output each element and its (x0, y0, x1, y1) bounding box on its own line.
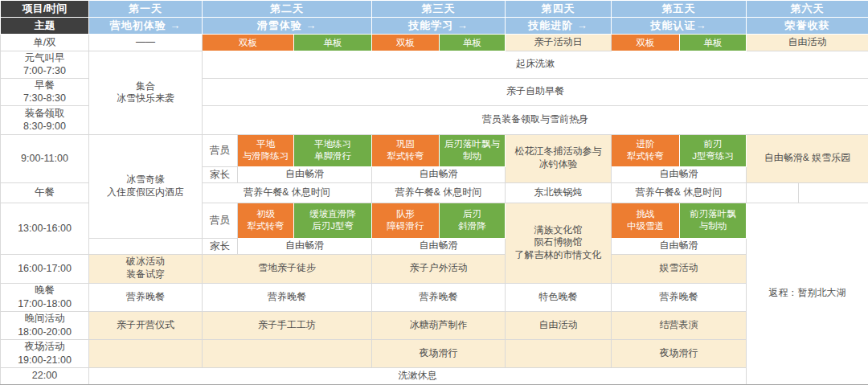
dinner-day1-cell: 营养晚餐 (89, 283, 203, 311)
row-board-type: 单/双 —— 双板 单板 双板 单板 亲子活动日 双板 单板 自由活动 (1, 35, 868, 51)
pm-parent-free-ski-day3: 自由畅滑 (372, 238, 506, 254)
pm-day2-double-cell: 初级 犁式转弯 (238, 203, 294, 238)
am-day3-single-cell: 后刃落叶飘与 制动 (440, 134, 506, 166)
pm-role-camper: 营员 (203, 203, 238, 238)
pm-day5-single-cell: 前刃落叶飘 与制动 (680, 203, 747, 238)
row-late-afternoon: 16:00-17:00 破冰活动 装备试穿 雪地亲子徒步 亲子户外活动 娱雪活动 (1, 254, 868, 283)
am-role-camper: 营员 (203, 134, 238, 166)
lunch-day6-empty-b (799, 182, 868, 203)
day-header-3: 第三天 (372, 1, 506, 18)
day6-return-cell: 返程：暂别北大湖 (747, 203, 868, 385)
lunch-day4-hotpot-cell: 东北铁锅炖 (506, 182, 612, 203)
am-day5-double-cell: 进阶 犁式转弯 (612, 134, 680, 166)
am-day5-single-cell: 前刃 J型弯练习 (680, 134, 747, 166)
dinner-day5-cell: 营养晚餐 (612, 283, 747, 311)
board-day2-single: 单板 (294, 35, 372, 51)
theme-row-label: 主题 (1, 18, 89, 35)
pm-parent-free-ski-day2: 自由畅滑 (238, 238, 372, 254)
night-day1-empty (89, 339, 203, 367)
evening-day3-candy: 冰糖葫芦制作 (372, 311, 506, 339)
day-header-6: 第六天 (747, 1, 868, 18)
dinner-day3-cell: 营养晚餐 (372, 283, 506, 311)
pm-day3-single-cell: 后刃 斜滑降 (440, 203, 506, 238)
row-night-session: 夜场活动 19:00-21:00 夜场滑行 夜场滑行 (1, 339, 868, 367)
late-day3-outdoor: 亲子户外活动 (372, 254, 506, 283)
bedtime-wash-rest-cell: 洗漱休息 (89, 367, 747, 385)
board-day5-double: 双板 (612, 35, 680, 51)
board-day6-free: 自由活动 (747, 35, 868, 51)
dinner-day4-special-cell: 特色晚餐 (506, 283, 612, 311)
day1-daytime-checkin: 冰雪奇缘 入住度假区内酒店 (89, 134, 203, 238)
pm-day2-single-cell: 缓坡直滑降 后刃J型弯 (294, 203, 372, 238)
camp-schedule-table: 项目/时间 第一天 第二天 第三天 第四天 第五天 第六天 主题 营地初体验 →… (0, 0, 868, 385)
shared-gear-cell: 营员装备领取与雪前热身 (203, 105, 868, 134)
time-label-pm: 13:00-16:00 (1, 203, 89, 254)
board-day4-family-day: 亲子活动日 (506, 35, 612, 51)
row-days: 项目/时间 第一天 第二天 第三天 第四天 第五天 第六天 (1, 1, 868, 18)
time-label-late: 16:00-17:00 (1, 254, 89, 283)
board-day2-double: 双板 (203, 35, 294, 51)
day-header-2: 第二天 (203, 1, 372, 18)
row-dinner: 晚餐 17:00-18:00 营养晚餐 营养晚餐 营养晚餐 特色晚餐 营养晚餐 (1, 283, 868, 311)
pm-day5-double-cell: 挑战 中级雪道 (612, 203, 680, 238)
evening-day5-closing-show: 结营表演 (612, 311, 747, 339)
row-am-camper: 9:00-11:00 冰雪奇缘 入住度假区内酒店 营员 平地 与滑降练习 平地练… (1, 134, 868, 166)
dinner-day2-cell: 营养晚餐 (203, 283, 372, 311)
board-day5-single: 单板 (680, 35, 747, 51)
time-label-breakfast: 早餐 7:30-8:30 (1, 78, 89, 105)
am-day2-single-cell: 平地练习 单脚滑行 (294, 134, 372, 166)
row-pm-parent: 家长 自由畅滑 自由畅滑 自由畅滑 (1, 238, 868, 254)
pm-day3-double-cell: 队形 障碍滑行 (372, 203, 440, 238)
shared-wake-cell: 起床洗漱 (203, 51, 868, 79)
am-parent-free-ski-day3: 自由畅滑 (372, 166, 506, 182)
late-day5-snow-fun: 娱雪活动 (612, 254, 747, 283)
lunch-day5-cell: 营养午餐& 休息时间 (612, 182, 747, 203)
night-day3-ski: 夜场滑行 (372, 339, 506, 367)
late-day2-snow-hike: 雪地亲子徒步 (203, 254, 372, 283)
row-evening-activity: 晚间活动 18:00-20:00 亲子开营仪式 亲子手工工坊 冰糖葫芦制作 自由… (1, 311, 868, 339)
day1-morning-gathering: 集合 冰雪快乐来袭 (89, 51, 203, 135)
time-label-dinner: 晚餐 17:00-18:00 (1, 283, 89, 311)
pm-role-parent: 家长 (203, 238, 238, 254)
row-bedtime: 22:00 洗漱休息 (1, 367, 868, 385)
night-day2-empty (203, 339, 372, 367)
theme-day-1: 营地初体验 → (89, 18, 203, 35)
time-label-gear: 装备领取 8:30-9:00 (1, 105, 89, 134)
day-header-1: 第一天 (89, 1, 203, 18)
row-wake-up: 元气叫早 7:00-7:30 集合 冰雪快乐来袭 起床洗漱 (1, 51, 868, 79)
theme-day-6: 荣誉收获 (747, 18, 868, 35)
night-day5-ski: 夜场滑行 (612, 339, 747, 367)
am-parent-free-ski-day5: 自由畅滑 (612, 166, 747, 182)
time-label-bed: 22:00 (1, 367, 89, 385)
day-header-4: 第四天 (506, 1, 612, 18)
pm-day1-empty (89, 238, 203, 254)
lunch-day3-cell: 营养午餐& 休息时间 (372, 182, 506, 203)
theme-day-5: 技能认证→ (612, 18, 747, 35)
lunch-day6-empty-a (747, 182, 799, 203)
day-header-5: 第五天 (612, 1, 747, 18)
am-parent-free-ski-day2: 自由畅滑 (238, 166, 372, 182)
time-label-wake: 元气叫早 7:00-7:30 (1, 51, 89, 79)
corner-header: 项目/时间 (1, 1, 89, 18)
evening-day1-opening: 亲子开营仪式 (89, 311, 203, 339)
evening-day4-free: 自由活动 (506, 311, 612, 339)
theme-day-2: 滑雪体验 → (203, 18, 372, 35)
late-day1-icebreaker: 破冰活动 装备试穿 (89, 254, 203, 283)
pm-day4-culture-cell: 满族文化馆 陨石博物馆 了解吉林的市情文化 (506, 203, 612, 283)
evening-day2-craft: 亲子手工工坊 (203, 311, 372, 339)
am-day6-free-ski-park: 自由畅滑& 娱雪乐园 (747, 134, 868, 182)
time-label-lunch: 午餐 (1, 182, 89, 203)
am-day4-fishing-cell: 松花江冬捕活动参与 冰钓体验 (506, 134, 612, 182)
time-label-am: 9:00-11:00 (1, 134, 89, 182)
row-themes: 主题 营地初体验 → 滑雪体验 → 技能学习 → 技能进阶 → 技能认证→ 荣誉… (1, 18, 868, 35)
shared-breakfast-cell: 亲子自助早餐 (203, 78, 868, 105)
board-day3-single: 单板 (440, 35, 506, 51)
board-row-label: 单/双 (1, 35, 89, 51)
theme-day-4: 技能进阶 → (506, 18, 612, 35)
time-label-night: 夜场活动 19:00-21:00 (1, 339, 89, 367)
board-day1-none: —— (89, 35, 203, 51)
lunch-day2-cell: 营养午餐& 休息时间 (203, 182, 372, 203)
pm-parent-free-ski-day5: 自由畅滑 (612, 238, 747, 254)
night-day4-empty (506, 339, 612, 367)
theme-day-3: 技能学习 → (372, 18, 506, 35)
